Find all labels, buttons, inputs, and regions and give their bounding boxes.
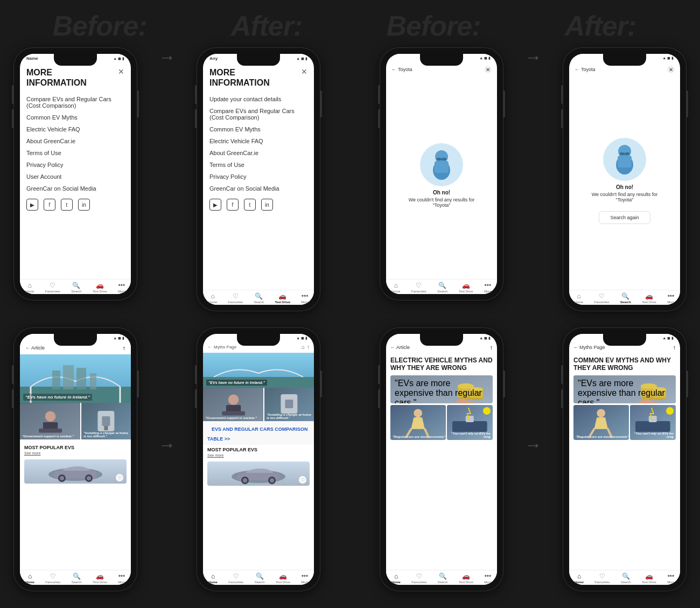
nav-more-7[interactable]: •••More bbox=[484, 572, 492, 584]
share-icon-5[interactable]: ↑ bbox=[123, 345, 126, 351]
menu-item-3[interactable]: About GreenCar.ie bbox=[26, 135, 124, 147]
close-button-2[interactable]: ✕ bbox=[301, 67, 307, 76]
nav-search-6[interactable]: 🔍Search bbox=[255, 572, 265, 584]
menu-item-myths-2[interactable]: Common EV Myths bbox=[209, 123, 307, 135]
nav-home-6[interactable]: ⌂Home bbox=[208, 572, 218, 584]
nav-search-4[interactable]: 🔍Search bbox=[620, 292, 631, 304]
menu-item-4[interactable]: Terms of Use bbox=[26, 147, 124, 159]
search-again-button[interactable]: Search again bbox=[599, 211, 650, 224]
nav-more-8[interactable]: •••More bbox=[667, 572, 675, 584]
menu-item-privacy-2[interactable]: Privacy Policy bbox=[209, 171, 307, 183]
home-icon-myths[interactable]: ⌂ bbox=[302, 344, 305, 350]
menu-item-5[interactable]: Privacy Policy bbox=[26, 159, 124, 171]
linkedin-icon[interactable]: in bbox=[78, 199, 90, 211]
ev-comparison-link[interactable]: EVS AND REGULAR CARS COMPARISON TABLE >> bbox=[207, 423, 308, 445]
menu-item-about-2[interactable]: About GreenCar.ie bbox=[209, 147, 307, 159]
back-label-4[interactable]: ← Toyota bbox=[575, 67, 596, 72]
myths-nav-left[interactable]: ← Myths Page bbox=[207, 345, 236, 350]
myths-nav-right: ⌂ ↑ bbox=[302, 344, 310, 350]
menu-item-social-2[interactable]: GreenCar on Social Media bbox=[209, 183, 307, 194]
nav-more-6[interactable]: •••More bbox=[301, 572, 309, 584]
nav-test-drive-4[interactable]: 🚗Test Drive bbox=[642, 292, 656, 304]
heart-button[interactable]: ♡ bbox=[116, 474, 123, 481]
nav-search-2[interactable]: 🔍Search bbox=[254, 292, 264, 304]
facebook-icon[interactable]: f bbox=[44, 199, 55, 211]
nav-more-5[interactable]: •••More bbox=[118, 572, 125, 584]
nav-more-3[interactable]: •••More bbox=[484, 282, 492, 293]
nav-search-5[interactable]: 🔍Search bbox=[72, 572, 82, 584]
menu-item-faq-2[interactable]: Electric Vehicle FAQ bbox=[209, 135, 307, 147]
menu-item-1[interactable]: Common EV Myths bbox=[26, 111, 124, 123]
nav-home-3[interactable]: ⌂Home bbox=[391, 282, 400, 293]
more-info-title: MORE INFORMATION bbox=[26, 67, 107, 88]
nav-test-drive-5[interactable]: 🚗Test Drive bbox=[93, 572, 107, 584]
phone-screen-4: ▲ ◼ ▮ ← Toyota ✕ bbox=[569, 54, 680, 305]
tumblr-icon[interactable]: t bbox=[61, 199, 73, 211]
article-back-2[interactable]: ← Article bbox=[390, 345, 410, 350]
menu-item-6[interactable]: User Account bbox=[26, 171, 124, 183]
nav-home[interactable]: ⌂Home bbox=[25, 282, 34, 293]
close-icon-3[interactable]: ✕ bbox=[484, 66, 492, 73]
menu-item-2[interactable]: Electric Vehicle FAQ bbox=[26, 123, 124, 135]
nav-favourites-8[interactable]: ♡Favourites bbox=[594, 572, 610, 584]
nav-home-4[interactable]: ⌂Home bbox=[575, 292, 583, 304]
youtube-icon-2[interactable]: ▶ bbox=[209, 199, 221, 211]
nav-more-4[interactable]: •••More bbox=[667, 292, 675, 304]
phone-after-left-2: ▲ ◼ ▮ ← Myths Page ⌂ ↑ bbox=[183, 327, 334, 591]
myths-images-2: "Government support is unclear." "Instal… bbox=[203, 388, 314, 421]
nav-test-drive-2[interactable]: 🚗Test Drive bbox=[275, 292, 291, 304]
nav-test-drive-3[interactable]: 🚗Test Drive bbox=[459, 282, 473, 293]
close-button[interactable]: ✕ bbox=[118, 67, 124, 76]
nav-favourites-6[interactable]: ♡Favourites bbox=[228, 572, 243, 584]
article-full-title: ELECTRIC VEHICLE MYTHS AND WHY THEY ARE … bbox=[386, 353, 497, 375]
status-time: Name bbox=[26, 56, 38, 61]
nav-search[interactable]: 🔍Search bbox=[71, 282, 81, 293]
nav-favourites-3[interactable]: ♡Favourites bbox=[411, 282, 426, 293]
see-more-link[interactable]: See more bbox=[24, 451, 127, 455]
nav-home-7[interactable]: ⌂Home bbox=[391, 572, 401, 584]
article-back[interactable]: ← Article bbox=[25, 345, 45, 351]
youtube-icon[interactable]: ▶ bbox=[26, 199, 38, 211]
menu-item-0[interactable]: Compare EVs and Regular Cars (Cost Compa… bbox=[26, 93, 124, 111]
heart-button-2[interactable]: ♡ bbox=[299, 476, 306, 484]
after-label-2: After: bbox=[520, 10, 681, 42]
facebook-icon-2[interactable]: f bbox=[227, 199, 239, 211]
linkedin-icon-2[interactable]: in bbox=[261, 199, 273, 211]
ev-comparison-section: EVS AND REGULAR CARS COMPARISON TABLE >> bbox=[203, 421, 314, 445]
nav-home-2[interactable]: ⌂Home bbox=[208, 292, 217, 304]
nav-search-3[interactable]: 🔍Search bbox=[437, 282, 447, 293]
nav-search-8[interactable]: 🔍Search bbox=[621, 572, 631, 584]
back-text-5: Article bbox=[31, 345, 45, 351]
nav-more-2[interactable]: •••More bbox=[301, 292, 309, 304]
nav-test-drive[interactable]: 🚗Test Drive bbox=[93, 282, 107, 293]
share-icon-8[interactable]: ↑ bbox=[673, 344, 676, 351]
menu-item-compare-2[interactable]: Compare EVs and Regular Cars (Cost Compa… bbox=[209, 105, 307, 123]
article-caption-bottom-right: "You can't rely on EVs for long bbox=[447, 432, 491, 438]
nav-favourites[interactable]: ♡Favourites bbox=[45, 282, 60, 293]
tumblr-icon-2[interactable]: t bbox=[244, 199, 256, 211]
nav-favourites-7[interactable]: ♡Favourites bbox=[411, 572, 426, 584]
close-icon-4[interactable]: ✕ bbox=[667, 66, 675, 73]
phone-notch-2 bbox=[237, 54, 280, 66]
nav-favourites-4[interactable]: ♡Favourites bbox=[594, 292, 609, 304]
nav-search-7[interactable]: 🔍Search bbox=[438, 572, 448, 584]
phone-frame-6: ▲ ◼ ▮ ← Myths Page ⌂ ↑ bbox=[197, 327, 320, 591]
article-back-3[interactable]: ← Myths Page bbox=[573, 345, 605, 350]
menu-item-update[interactable]: Update your contact details bbox=[209, 93, 307, 105]
see-more-link-2[interactable]: See more bbox=[207, 453, 310, 457]
nav-test-drive-6[interactable]: 🚗Test Drive bbox=[276, 572, 290, 584]
nav-favourites-2[interactable]: ♡Favourites bbox=[228, 292, 243, 304]
share-icon-7[interactable]: ↑ bbox=[490, 344, 493, 351]
phone-notch-7 bbox=[420, 334, 463, 346]
menu-item-terms-2[interactable]: Terms of Use bbox=[209, 159, 307, 171]
nav-home-5[interactable]: ⌂Home bbox=[25, 572, 34, 584]
nav-home-8[interactable]: ⌂Home bbox=[575, 572, 584, 584]
nav-test-drive-8[interactable]: 🚗Test Drive bbox=[642, 572, 656, 584]
back-label-3[interactable]: ← Toyota bbox=[391, 67, 412, 72]
nav-favourites-5[interactable]: ♡Favourites bbox=[45, 572, 60, 584]
menu-item-7[interactable]: GreenCar on Social Media bbox=[26, 183, 124, 194]
share-icon-myths[interactable]: ↑ bbox=[307, 344, 310, 350]
nav-test-drive-7[interactable]: 🚗Test Drive bbox=[459, 572, 473, 584]
phone-before-right-1: ▲ ◼ ▮ ← Toyota ✕ bbox=[366, 47, 517, 300]
nav-more[interactable]: •••More bbox=[118, 282, 125, 293]
